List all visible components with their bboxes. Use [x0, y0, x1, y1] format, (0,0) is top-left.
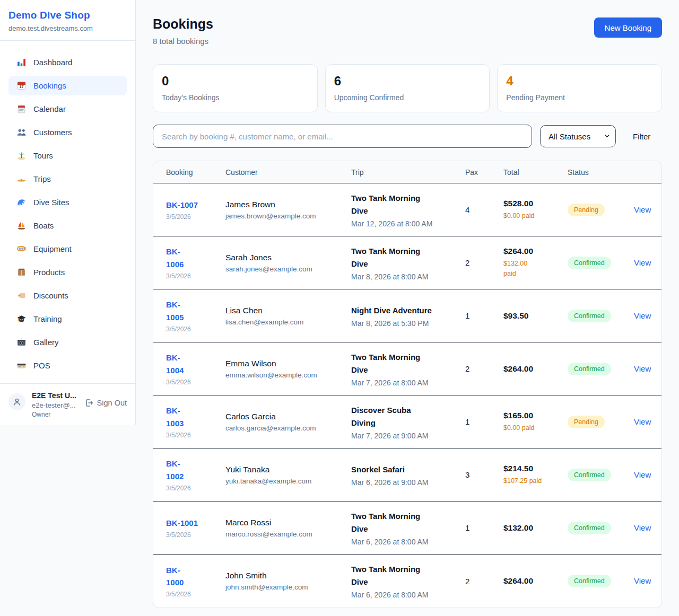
- table-row: BK- 10053/5/2026 Lisa Chenlisa.chen@exam…: [153, 289, 661, 342]
- stat-value: 0: [162, 74, 309, 89]
- pax-count: 2: [465, 364, 491, 373]
- status-badge: Confirmed: [568, 575, 611, 587]
- total-amount: $264.00: [503, 247, 555, 256]
- stats-row: 0 Today's Bookings 6 Upcoming Confirmed …: [153, 64, 662, 112]
- sidebar-item-dashboard[interactable]: Dashboard: [8, 52, 127, 72]
- customer-name: Emma Wilson: [225, 359, 338, 368]
- booking-id-link[interactable]: BK-1001: [166, 517, 213, 529]
- stat-card-todays-bookings: 0 Today's Bookings: [153, 64, 318, 112]
- total-amount: $264.00: [503, 364, 555, 374]
- sidebar-item-trips[interactable]: Trips: [8, 169, 127, 189]
- booking-date: 3/5/2026: [166, 325, 213, 333]
- trip-datetime: Mar 12, 2026 at 8:00 AM: [351, 219, 452, 228]
- table-row: BK-10073/5/2026 James Brownjames.brown@e…: [153, 183, 661, 236]
- sidebar-item-label: Boats: [33, 221, 54, 230]
- calendar-date-icon: 17: [16, 81, 27, 91]
- view-link[interactable]: View: [634, 417, 651, 426]
- table-header: Booking Customer Trip Pax Total Status: [153, 161, 661, 183]
- col-status: Status: [568, 168, 621, 177]
- sidebar-item-label: Trips: [33, 174, 51, 183]
- trip-name: Night Dive Adventure: [351, 304, 452, 317]
- sidebar: Demo Dive Shop demo.test.divestreams.com…: [0, 0, 136, 425]
- pax-count: 2: [465, 577, 491, 586]
- paid-amount: $107.25 paid: [503, 476, 555, 486]
- pax-count: 4: [465, 205, 491, 214]
- sidebar-item-training[interactable]: Training: [8, 309, 127, 329]
- customer-email: james.brown@example.com: [225, 212, 338, 220]
- brand: Demo Dive Shop demo.test.divestreams.com: [0, 0, 135, 41]
- booking-id-link[interactable]: BK- 1005: [166, 298, 213, 323]
- customer-email: sarah.jones@example.com: [225, 265, 338, 273]
- sidebar-item-calendar[interactable]: Calendar: [8, 99, 127, 119]
- sidebar-item-pos[interactable]: POS: [8, 356, 127, 375]
- bar-chart-icon: [16, 57, 27, 67]
- sidebar-item-dive-sites[interactable]: Dive Sites: [8, 192, 127, 212]
- page-header: Bookings 8 total bookings New Booking: [153, 16, 662, 46]
- view-link[interactable]: View: [634, 311, 651, 320]
- filter-button[interactable]: Filter: [633, 132, 650, 141]
- booking-date: 3/5/2026: [166, 531, 213, 539]
- total-amount: $165.00: [503, 411, 555, 420]
- stat-label: Today's Bookings: [162, 93, 309, 102]
- customer-email: carlos.garcia@example.com: [225, 424, 338, 432]
- total-amount: $132.00: [503, 523, 555, 533]
- user-icon: [13, 398, 21, 406]
- booking-id-link[interactable]: BK- 1003: [166, 404, 213, 429]
- sidebar-item-tours[interactable]: Tours: [8, 146, 127, 165]
- view-link[interactable]: View: [634, 364, 651, 373]
- trip-datetime: Mar 7, 2026 at 9:00 AM: [351, 432, 452, 440]
- status-select[interactable]: All Statuses: [540, 125, 616, 147]
- tear-off-calendar-icon: [16, 104, 27, 114]
- pax-count: 1: [465, 523, 491, 532]
- customer-name: Carlos Garcia: [225, 412, 338, 421]
- customer-email: yuki.tanaka@example.com: [225, 477, 338, 485]
- sidebar-item-label: Products: [33, 268, 65, 277]
- sidebar-item-bookings[interactable]: 17 Bookings: [8, 76, 127, 95]
- page-subtitle: 8 total bookings: [153, 37, 213, 46]
- sidebar-item-customers[interactable]: Customers: [8, 122, 127, 142]
- paid-amount: $132.00 paid: [503, 259, 555, 279]
- booking-id-link[interactable]: BK- 1004: [166, 351, 213, 376]
- total-amount: $93.50: [503, 311, 555, 321]
- page-title: Bookings: [153, 16, 213, 32]
- svg-text:17: 17: [19, 84, 23, 89]
- view-link[interactable]: View: [634, 523, 651, 532]
- trip-name: Two Tank Morning Dive: [351, 245, 452, 270]
- status-badge: Confirmed: [568, 310, 611, 322]
- pax-count: 3: [465, 470, 491, 479]
- trip-name: Two Tank Morning Dive: [351, 510, 452, 535]
- booking-id-link[interactable]: BK- 1002: [166, 457, 213, 482]
- sign-out-button[interactable]: Sign Out: [85, 399, 127, 407]
- trip-name: Discover Scuba Diving: [351, 404, 452, 429]
- view-link[interactable]: View: [634, 205, 651, 214]
- customer-name: Sarah Jones: [225, 253, 338, 262]
- sidebar-item-boats[interactable]: Boats: [8, 216, 127, 235]
- tag-icon: [16, 291, 27, 301]
- booking-id-link[interactable]: BK-1007: [166, 199, 213, 211]
- package-icon: [16, 267, 27, 277]
- booking-date: 3/5/2026: [166, 272, 213, 280]
- sidebar-item-products[interactable]: Products: [8, 262, 127, 282]
- sidebar-item-label: Gallery: [33, 338, 59, 347]
- desert-island-icon: [16, 151, 27, 161]
- booking-id-link[interactable]: BK- 1006: [166, 245, 213, 270]
- wave-icon: [16, 197, 27, 207]
- customer-email: marco.rossi@example.com: [225, 530, 338, 538]
- search-input[interactable]: [153, 125, 532, 148]
- view-link[interactable]: View: [634, 258, 651, 267]
- view-link[interactable]: View: [634, 576, 651, 585]
- view-link[interactable]: View: [634, 470, 651, 479]
- pax-count: 1: [465, 417, 491, 426]
- sidebar-item-discounts[interactable]: Discounts: [8, 286, 127, 305]
- sidebar-item-equipment[interactable]: Equipment: [8, 239, 127, 259]
- new-booking-button[interactable]: New Booking: [594, 17, 662, 38]
- user-role: Owner: [32, 411, 76, 418]
- status-select-wrap: All Statuses: [540, 125, 616, 147]
- booking-id-link[interactable]: BK- 1000: [166, 564, 213, 589]
- shop-name: Demo Dive Shop: [8, 10, 127, 21]
- sidebar-item-gallery[interactable]: Gallery: [8, 332, 127, 352]
- table-row: BK- 10033/5/2026 Carlos Garciacarlos.gar…: [153, 395, 661, 448]
- sidebar-item-label: Equipment: [33, 244, 72, 253]
- stat-value: 6: [334, 74, 481, 89]
- sidebar-nav: Dashboard 17 Bookings Calendar Customers…: [0, 41, 135, 383]
